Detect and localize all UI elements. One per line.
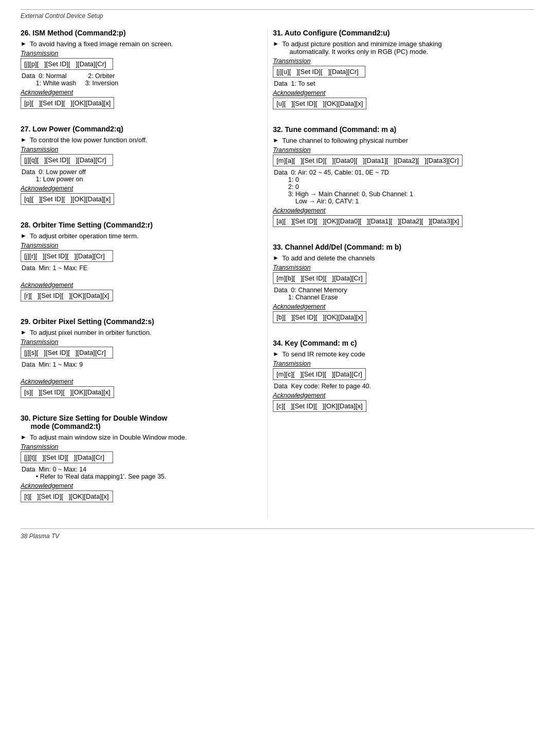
section-28-desc: ► To adjust orbiter operation time term. <box>21 232 252 240</box>
right-column: 31. Auto Configure (Command2:u) ► To adj… <box>267 29 534 518</box>
section-31: 31. Auto Configure (Command2:u) ► To adj… <box>273 29 534 112</box>
section-32-ack-cmd: [a][ ][Set ID][ ][OK][Data0][ ][Data1][ … <box>273 215 462 227</box>
section-28-ack-cmd: [r][ ][Set ID][ ][OK][Data][x] <box>21 290 113 301</box>
section-34-desc: ► To send IR remote key code <box>273 350 534 358</box>
section-29-trans-cmd: [j][s][ ][Set ID][ ][Data][Cr] <box>21 347 113 358</box>
section-31-data: Data 1: To set <box>273 80 534 87</box>
section-32: 32. Tune command (Command: m a) ► Tune c… <box>273 125 534 230</box>
footer-text: 38 Plasma TV <box>21 533 59 540</box>
footer-section: 38 Plasma TV <box>21 528 534 540</box>
section-28: 28. Orbiter Time Setting (Command2:r) ► … <box>21 221 252 304</box>
section-26-ack-cmd: [p][ ][Set ID][ ][OK][Data][x] <box>21 97 114 109</box>
section-30-ack-label: Acknowledgement <box>21 482 252 489</box>
section-26-title: 26. ISM Method (Command2:p) <box>21 29 252 37</box>
section-34-title: 34. Key (Command: m c) <box>273 339 534 347</box>
page: External Control Device Setup 26. ISM Me… <box>0 0 555 756</box>
section-33: 33. Channel Add/Del (Command: m b) ► To … <box>273 243 534 326</box>
section-27-desc: ► To control the low power function on/o… <box>21 136 252 144</box>
section-29-title: 29. Orbiter Pixel Setting (Command2:s) <box>21 317 252 326</box>
section-27-data: Data 0: Low power off 1: Low power on <box>21 168 252 183</box>
left-column: 26. ISM Method (Command2:p) ► To avoid h… <box>21 29 267 518</box>
section-26: 26. ISM Method (Command2:p) ► To avoid h… <box>21 29 252 111</box>
arrow-icon: ► <box>273 40 279 47</box>
section-32-data: Data 0: Air: 02 ~ 45, Cable: 01, 0E ~ 7D… <box>273 169 534 205</box>
arrow-icon: ► <box>21 232 27 239</box>
section-27-trans-cmd: [j][q][ ][Set ID][ ][Data][Cr] <box>21 154 113 166</box>
section-31-ack-cmd: [u][ ][Set ID][ ][OK][Data][x] <box>273 98 366 109</box>
section-33-title: 33. Channel Add/Del (Command: m b) <box>273 243 534 251</box>
section-32-title: 32. Tune command (Command: m a) <box>273 125 534 134</box>
section-30-ack-cmd: [t][ ][Set ID][ ][OK][Data][x] <box>21 490 113 502</box>
section-29: 29. Orbiter Pixel Setting (Command2:s) ►… <box>21 317 252 401</box>
section-27-title: 27. Low Power (Command2:q) <box>21 125 252 133</box>
section-34: 34. Key (Command: m c) ► To send IR remo… <box>273 339 534 414</box>
section-32-trans-cmd: [m][a][ ][Set ID][ ][Data0][ ][Data1][ ]… <box>273 155 462 166</box>
arrow-icon: ► <box>273 137 279 144</box>
section-32-ack-label: Acknowledgement <box>273 207 534 214</box>
section-30-data: Data Min: 0 ~ Max: 14 • Refer to 'Real d… <box>21 466 252 480</box>
section-32-trans-label: Transmission <box>273 146 534 154</box>
main-content: 26. ISM Method (Command2:p) ► To avoid h… <box>21 29 534 518</box>
section-28-trans-cmd: [j][r][ ][Set ID][ ][Data][Cr] <box>21 250 113 262</box>
section-26-ack-label: Acknowledgement <box>21 89 252 96</box>
section-33-trans-label: Transmission <box>273 264 534 271</box>
section-34-trans-cmd: [m][c][ ][Set ID][ ][Data][Cr] <box>273 368 366 380</box>
section-27: 27. Low Power (Command2:q) ► To control … <box>21 125 252 207</box>
section-30-trans-cmd: [j][t][ ][Set ID][ ][Data][Cr] <box>21 451 113 463</box>
section-31-trans-label: Transmission <box>273 58 534 65</box>
section-33-ack-label: Acknowledgement <box>273 303 534 310</box>
section-34-trans-label: Transmission <box>273 360 534 367</box>
section-30: 30. Picture Size Setting for Double Wind… <box>21 414 252 505</box>
section-31-title: 31. Auto Configure (Command2:u) <box>273 29 534 37</box>
section-31-desc: ► To adjust picture position and minimiz… <box>273 40 534 55</box>
section-33-desc: ► To add and delete the channels <box>273 254 534 262</box>
section-30-trans-label: Transmission <box>21 443 252 450</box>
section-33-trans-cmd: [m][b][ ][Set ID][ ][Data][Cr] <box>273 272 366 284</box>
arrow-icon: ► <box>21 136 27 143</box>
section-29-ack-label: Acknowledgement <box>21 378 252 385</box>
section-28-ack-label: Acknowledgement <box>21 281 252 289</box>
section-27-ack-cmd: [q][ ][Set ID][ ][OK][Data][x] <box>21 193 114 205</box>
section-33-ack-cmd: [b][ ][Set ID][ ][OK][Data][x] <box>273 311 366 323</box>
section-34-ack-cmd: [c][ ][Set ID][ ][OK][Data][x] <box>273 400 366 412</box>
section-29-trans-label: Transmission <box>21 338 252 346</box>
section-30-desc: ► To adjust main window size in Double W… <box>21 433 252 441</box>
header-section: External Control Device Setup <box>21 9 534 20</box>
arrow-icon: ► <box>21 40 27 47</box>
section-34-ack-label: Acknowledgement <box>273 392 534 399</box>
section-33-data: Data 0: Channel Memory 1: Channel Erase <box>273 287 534 301</box>
section-30-title: 30. Picture Size Setting for Double Wind… <box>21 414 252 430</box>
arrow-icon: ► <box>21 433 27 441</box>
section-28-trans-label: Transmission <box>21 242 252 249</box>
section-32-desc: ► Tune channel to following physical num… <box>273 137 534 144</box>
section-29-data: Data Min: 1 ~ Max: 9 <box>21 361 252 368</box>
section-26-trans-cmd: [j][p][ ][Set ID][ ][Data][Cr] <box>21 58 113 70</box>
arrow-icon: ► <box>273 254 279 261</box>
section-29-ack-cmd: [s][ ][Set ID][ ][OK][Data][x] <box>21 386 114 398</box>
section-29-desc: ► To adjust pixel number in orbiter func… <box>21 329 252 336</box>
arrow-icon: ► <box>273 350 279 357</box>
header-text: External Control Device Setup <box>21 12 103 20</box>
section-27-trans-label: Transmission <box>21 146 252 153</box>
section-34-data: Data Key code: Refer to page 40. <box>273 383 534 390</box>
section-26-data: Data 0: Normal 2: Orbiter 1: White wash … <box>21 72 252 87</box>
section-26-desc: ► To avoid having a fixed image remain o… <box>21 40 252 48</box>
arrow-icon: ► <box>21 329 27 336</box>
section-27-ack-label: Acknowledgement <box>21 185 252 192</box>
section-28-title: 28. Orbiter Time Setting (Command2:r) <box>21 221 252 229</box>
section-26-trans-label: Transmission <box>21 50 252 57</box>
section-31-ack-label: Acknowledgement <box>273 89 534 97</box>
section-31-trans-cmd: [j][u][ ][Set ID][ ][Data][Cr] <box>273 66 365 78</box>
section-28-data: Data Min: 1 ~ Max: FE <box>21 264 252 272</box>
